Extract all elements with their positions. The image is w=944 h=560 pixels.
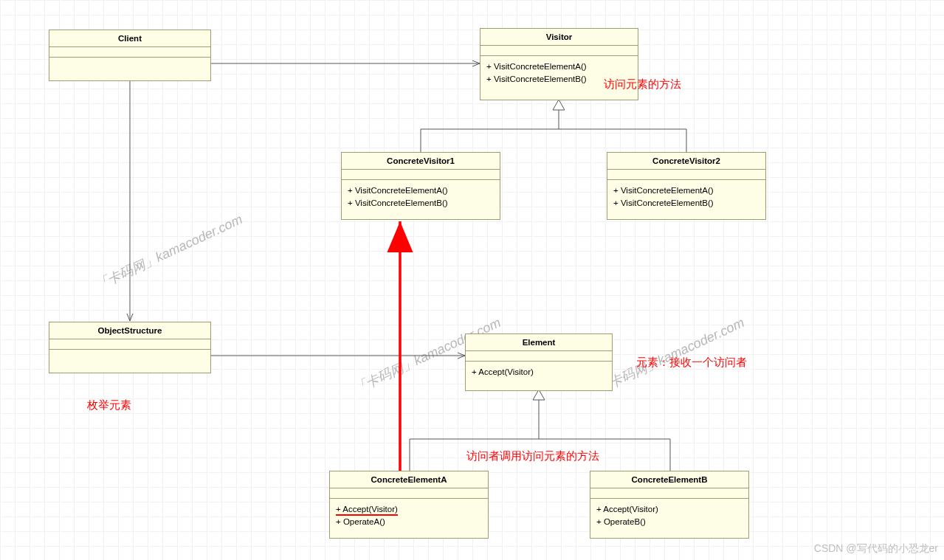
class-concrete-element-b: ConcreteElementB + Accept(Visitor) + Ope…: [590, 471, 749, 539]
ceb-m1: + Accept(Visitor): [596, 503, 743, 516]
annotation-visit-method: 访问元素的方法: [604, 77, 681, 91]
cv1-m2: + VisitConcreteElementB(): [348, 197, 494, 210]
cea-title: ConcreteElementA: [330, 471, 488, 488]
os-title: ObjectStructure: [49, 322, 210, 339]
ceb-members: + Accept(Visitor) + OperateB(): [590, 499, 748, 532]
class-concrete-element-a: ConcreteElementA + Accept(Visitor) + Ope…: [329, 471, 489, 539]
element-title: Element: [466, 334, 612, 351]
class-client-mid: [49, 47, 210, 58]
ceb-mid: [590, 488, 748, 499]
cv1-title: ConcreteVisitor1: [342, 153, 500, 170]
class-client-members: [49, 58, 210, 68]
ceb-title: ConcreteElementB: [590, 471, 748, 488]
annotation-element-accept: 元素：接收一个访问者: [636, 356, 747, 370]
ceb-m2: + OperateB(): [596, 516, 743, 528]
cv2-members: + VisitConcreteElementA() + VisitConcret…: [607, 180, 765, 213]
element-mid: [466, 351, 612, 362]
class-client-title: Client: [49, 30, 210, 47]
cv1-members: + VisitConcreteElementA() + VisitConcret…: [342, 180, 500, 213]
os-members: [49, 350, 210, 360]
cea-members: + Accept(Visitor) + OperateA(): [330, 499, 488, 532]
cea-m2: + OperateA(): [336, 516, 482, 528]
class-element: Element + Accept(Visitor): [465, 333, 613, 391]
annotation-visitor-call: 访问者调用访问元素的方法: [466, 449, 599, 463]
class-concrete-visitor-2: ConcreteVisitor2 + VisitConcreteElementA…: [607, 152, 766, 220]
class-client: Client: [49, 30, 211, 81]
class-visitor-title: Visitor: [480, 29, 638, 46]
csdn-watermark: CSDN @写代码的小恐龙er: [814, 542, 938, 556]
class-object-structure: ObjectStructure: [49, 322, 211, 373]
cv2-mid: [607, 170, 765, 180]
cv2-m2: + VisitConcreteElementB(): [613, 197, 759, 210]
element-m1: + Accept(Visitor): [472, 366, 606, 378]
cv2-m1: + VisitConcreteElementA(): [613, 184, 759, 197]
os-mid: [49, 339, 210, 350]
cea-mid: [330, 488, 488, 499]
class-concrete-visitor-1: ConcreteVisitor1 + VisitConcreteElementA…: [341, 152, 500, 220]
cv2-title: ConcreteVisitor2: [607, 153, 765, 170]
cea-m1: + Accept(Visitor): [336, 503, 482, 516]
class-visitor-mid: [480, 46, 638, 56]
visitor-m1: + VisitConcreteElementA(): [486, 61, 632, 73]
annotation-enum-elements: 枚举元素: [87, 398, 131, 412]
cv1-mid: [342, 170, 500, 180]
cv1-m1: + VisitConcreteElementA(): [348, 184, 494, 197]
element-members: + Accept(Visitor): [466, 362, 612, 383]
